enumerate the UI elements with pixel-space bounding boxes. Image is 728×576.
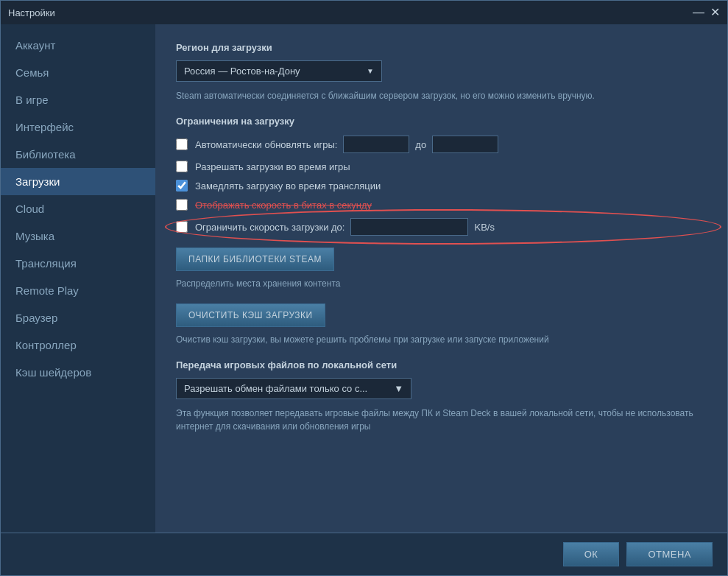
limit-speed-label: Ограничить скорость загрузки до: [195, 222, 344, 233]
settings-panel: Регион для загрузки Россия — Ростов-на-Д… [155, 24, 727, 533]
sidebar-item-downloads[interactable]: Загрузки [1, 168, 155, 195]
sidebar-item-interface[interactable]: Интерфейс [1, 113, 155, 141]
window-title: Настройки [8, 7, 55, 18]
library-folders-button[interactable]: ПАПКИ БИБЛИОТЕКИ STEAM [176, 247, 334, 271]
local-network-dropdown-row: Разрешать обмен файлами только со с... ▼ [176, 378, 707, 399]
auto-update-row: Автоматически обновлять игры: до [176, 136, 707, 153]
title-bar: Настройки — ✕ [1, 1, 727, 24]
settings-window: Настройки — ✕ АккаунтСемьяВ игреИнтерфей… [0, 0, 728, 576]
speed-input-row: KB/s [350, 218, 494, 236]
limits-title: Ограничения на загрузку [176, 116, 707, 127]
region-dropdown[interactable]: Россия — Ростов-на-Дону ▼ [176, 60, 382, 82]
region-dropdown-row: Россия — Ростов-на-Дону ▼ [176, 60, 707, 82]
sidebar-item-broadcast[interactable]: Трансляция [1, 250, 155, 277]
region-selected: Россия — Ростов-на-Дону [184, 66, 300, 77]
local-network-description: Эта функция позволяет передавать игровые… [176, 407, 707, 433]
clear-cache-description: Очистив кэш загрузки, вы можете решить п… [176, 333, 707, 346]
auto-update-input2[interactable] [432, 136, 498, 153]
sidebar-item-browser[interactable]: Браузер [1, 304, 155, 331]
window-controls: — ✕ [693, 7, 720, 18]
limit-speed-container: Ограничить скорость загрузки до: KB/s [176, 218, 707, 236]
throttle-streaming-row: Замедлять загрузку во время трансляции [176, 180, 707, 192]
speed-input[interactable] [350, 218, 468, 236]
sidebar-item-cloud[interactable]: Cloud [1, 195, 155, 222]
show-bits-label: Отображать скорость в битах в секунду [195, 200, 372, 211]
auto-update-input1[interactable] [343, 136, 409, 153]
limits-section: Ограничения на загрузку Автоматически об… [176, 116, 707, 236]
minimize-button[interactable]: — [693, 7, 704, 18]
throttle-streaming-label: Замедлять загрузку во время трансляции [195, 180, 381, 192]
ok-button[interactable]: ОК [563, 542, 620, 566]
sidebar-item-music[interactable]: Музыка [1, 222, 155, 250]
auto-update-label: Автоматически обновлять игры: [195, 139, 337, 150]
allow-during-game-row: Разрешать загрузки во время игры [176, 161, 707, 172]
sidebar-item-library[interactable]: Библиотека [1, 141, 155, 168]
dropdown-arrow-icon: ▼ [367, 67, 374, 75]
clear-cache-button[interactable]: ОЧИСТИТЬ КЭШ ЗАГРУЗКИ [176, 303, 325, 327]
limit-speed-checkbox[interactable] [176, 221, 188, 233]
kbs-label: KB/s [474, 222, 494, 233]
local-network-dropdown-arrow-icon: ▼ [394, 383, 403, 394]
allow-during-game-checkbox[interactable] [176, 161, 188, 172]
limit-speed-row: Ограничить скорость загрузки до: KB/s [176, 218, 707, 236]
sidebar-item-shadercache[interactable]: Кэш шейдеров [1, 359, 155, 386]
clear-cache-section: ОЧИСТИТЬ КЭШ ЗАГРУЗКИ Очистив кэш загруз… [176, 303, 707, 346]
sidebar-item-remoteplay[interactable]: Remote Play [1, 277, 155, 304]
local-network-selected: Разрешать обмен файлами только со с... [184, 383, 367, 394]
show-bits-checkbox[interactable] [176, 199, 188, 211]
close-button[interactable]: ✕ [710, 7, 720, 18]
download-region-section: Регион для загрузки Россия — Ростов-на-Д… [176, 42, 707, 102]
region-title: Регион для загрузки [176, 42, 707, 53]
sidebar: АккаунтСемьяВ игреИнтерфейсБиблиотекаЗаг… [1, 24, 155, 533]
footer: ОК ОТМЕНА [1, 533, 727, 575]
allow-during-game-label: Разрешать загрузки во время игры [195, 161, 350, 172]
library-folders-section: ПАПКИ БИБЛИОТЕКИ STEAM Распределить мест… [176, 247, 707, 290]
sidebar-item-family[interactable]: Семья [1, 59, 155, 86]
sidebar-item-ingame[interactable]: В игре [1, 86, 155, 113]
throttle-streaming-checkbox[interactable] [176, 180, 188, 192]
region-description: Steam автоматически соединяется с ближай… [176, 89, 707, 102]
sidebar-item-controller[interactable]: Контроллер [1, 331, 155, 359]
cancel-button[interactable]: ОТМЕНА [626, 542, 713, 566]
local-network-title: Передача игровых файлов по локальной сет… [176, 359, 707, 370]
library-folders-description: Распределить места хранения контента [176, 277, 707, 290]
auto-update-checkbox[interactable] [176, 138, 188, 150]
main-content: АккаунтСемьяВ игреИнтерфейсБиблиотекаЗаг… [1, 24, 727, 533]
auto-update-inputs: до [343, 136, 498, 153]
show-bits-row: Отображать скорость в битах в секунду [176, 199, 707, 211]
local-network-section: Передача игровых файлов по локальной сет… [176, 359, 707, 433]
sidebar-item-account[interactable]: Аккаунт [1, 32, 155, 59]
local-network-dropdown[interactable]: Разрешать обмен файлами только со с... ▼ [176, 378, 411, 399]
auto-update-separator: до [415, 139, 426, 150]
